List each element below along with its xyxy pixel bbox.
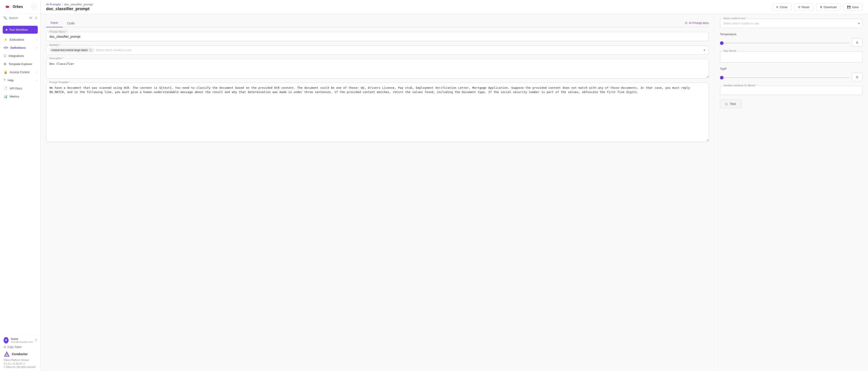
close-button[interactable]: ✕ Close (772, 3, 791, 11)
sidebar-collapse-button[interactable]: ‹ (31, 4, 37, 9)
prompt-name-float-label: Prompt Name * (49, 30, 68, 33)
select-model-test-group: Select model to test * Select which mode… (720, 19, 863, 28)
top-p-slider[interactable] (720, 77, 849, 78)
sidebar-item-access-control[interactable]: 🔒 Access Control › (0, 68, 40, 76)
chevron-right-icon: › (36, 38, 37, 41)
integrations-icon: ⬡ (4, 54, 6, 58)
reset-label: Reset (802, 5, 809, 9)
prompt-name-field-group: Prompt Name * (46, 32, 709, 41)
variable-substitute-input[interactable] (720, 86, 862, 95)
save-button[interactable]: 💾 Save (843, 3, 863, 11)
copy-icon: ⊙ (4, 345, 6, 349)
sidebar-item-template-explorer[interactable]: ⊞ Template Explorer (0, 60, 40, 68)
top-p-label: TopP (720, 67, 863, 70)
conductor-icon (4, 351, 10, 357)
sidebar: Orkes ‹ 🔍 ⌘ K ▶ Run Workflow ⚡ Execution… (0, 0, 41, 371)
breadcrumb-current: doc_classifier_prompt (64, 3, 93, 6)
temperature-value-display: 0 (852, 38, 863, 47)
search-icon: 🔍 (3, 16, 7, 20)
user-row: R Guest user@example.com ⤴ (4, 337, 37, 343)
main-content: AI Prompts / doc_classifier_prompt doc_c… (41, 0, 868, 371)
top-p-slider-container (720, 75, 849, 79)
sidebar-item-executions[interactable]: ⚡ Executions › (0, 35, 40, 43)
breadcrumb-ai-prompts-link[interactable]: AI Prompts (46, 3, 61, 6)
sidebar-bottom: R Guest user@example.com ⤴ ⊙ Copy Token … (0, 334, 40, 371)
test-button[interactable]: ▷ Test (720, 100, 741, 108)
temperature-slider[interactable] (720, 43, 849, 43)
models-dropdown-arrow[interactable]: ▾ (704, 48, 706, 52)
prompt-name-input[interactable] (46, 32, 709, 41)
model-select-placeholder: Select which models to use (96, 47, 131, 53)
sidebar-logo-area: Orkes ‹ (0, 0, 40, 14)
sidebar-item-help[interactable]: ? Help › (0, 76, 40, 84)
download-icon: ⬇ (820, 5, 822, 9)
reset-button[interactable]: ↺ Reset (794, 3, 813, 11)
sidebar-search-area: 🔍 ⌘ K (0, 14, 40, 22)
sidebar-item-integrations[interactable]: ⬡ Integrations (0, 52, 40, 60)
description-float-label: Description * (49, 57, 64, 60)
sidebar-item-label: Executions (10, 38, 24, 41)
close-icon: ✕ (776, 5, 778, 9)
sidebar-item-definitions[interactable]: </> Definitions › (0, 43, 40, 52)
logout-icon[interactable]: ⤴ (35, 338, 37, 342)
orkes-logo-text: Orkes (13, 5, 23, 9)
select-model-dropdown[interactable]: Select which models to use (720, 19, 862, 28)
test-button-group: ▷ Test (720, 100, 863, 108)
chevron-right-icon: › (36, 46, 37, 49)
tab-code[interactable]: Code (63, 19, 79, 27)
description-wrapper: Description * Doc Classifier (46, 59, 709, 78)
stop-words-input[interactable] (720, 52, 862, 62)
prompt-name-wrapper: Prompt Name * (46, 32, 709, 41)
tab-form[interactable]: Form (46, 19, 63, 27)
close-label: Close (780, 5, 787, 9)
breadcrumb: AI Prompts / doc_classifier_prompt (46, 3, 93, 6)
reset-icon: ↺ (798, 5, 800, 9)
stop-words-float-label: Stop Words (722, 49, 737, 52)
template-explorer-icon: ⊞ (4, 62, 6, 66)
ai-prompt-docs-link[interactable]: AI Prompt docs (689, 21, 709, 25)
ai-docs-icon: ⊡ (685, 21, 687, 25)
prompt-template-textarea[interactable]: We have a document that was scanned usin… (46, 83, 709, 141)
sidebar-item-api-docs[interactable]: 📄 API Docs (0, 84, 40, 92)
definitions-icon: </> (4, 46, 8, 49)
chevron-right-icon: › (36, 71, 37, 73)
help-icon: ? (4, 78, 5, 82)
temperature-slider-row: 0 (720, 38, 863, 47)
run-workflow-button[interactable]: ▶ Run Workflow (3, 26, 38, 34)
topbar-actions: ✕ Close ↺ Reset ⬇ Download 💾 Save (772, 3, 863, 11)
description-textarea[interactable]: Doc Classifier (46, 59, 709, 78)
stop-words-wrapper: Stop Words (720, 51, 863, 63)
variable-float-label: Variable substitute for ${text} * (722, 84, 757, 87)
user-name: Guest (11, 337, 33, 340)
sidebar-item-metrics[interactable]: 📊 Metrics (0, 92, 40, 100)
copy-token-button[interactable]: ⊙ Copy Token (4, 345, 37, 349)
sidebar-nav: ▶ Run Workflow ⚡ Executions › </> Defini… (0, 22, 40, 334)
run-workflow-label: Run Workflow (9, 28, 28, 31)
executions-icon: ⚡ (4, 38, 7, 41)
select-model-float-label: Select model to test * (722, 17, 748, 20)
variable-substitute-group: Variable substitute for ${text} * (720, 86, 863, 95)
avatar: R (4, 337, 8, 343)
content-area: Form Code ⊡ AI Prompt docs Prompt Name *… (41, 14, 868, 371)
search-kbd-k: K (35, 16, 38, 20)
play-icon: ▶ (6, 28, 8, 31)
metrics-icon: 📊 (4, 95, 7, 98)
prompt-template-field-group: Prompt Template * We have a document tha… (46, 82, 709, 142)
download-button[interactable]: ⬇ Download (816, 3, 841, 11)
temperature-slider-container (720, 41, 849, 44)
topbar-left: AI Prompts / doc_classifier_prompt doc_c… (46, 3, 93, 11)
user-email: user@example.com (11, 340, 33, 343)
copy-token-label: Copy Token (7, 345, 22, 349)
description-field-group: Description * Doc Classifier (46, 59, 709, 78)
copy-version-icon[interactable]: ⎘ (24, 362, 25, 365)
sidebar-item-label: Integrations (8, 54, 24, 58)
api-docs-icon: 📄 (4, 87, 7, 90)
variable-substitute-wrapper: Variable substitute for ${text} * (720, 86, 863, 95)
model-chip-remove-button[interactable] (89, 48, 92, 52)
search-input[interactable] (9, 16, 27, 20)
platform-version-label: Orkes Platform Version (4, 358, 37, 362)
save-icon: 💾 (847, 5, 850, 9)
conductor-logo: Conductor (4, 349, 37, 358)
sidebar-item-label: Template Explorer (8, 62, 32, 66)
test-label: Test (730, 102, 736, 106)
